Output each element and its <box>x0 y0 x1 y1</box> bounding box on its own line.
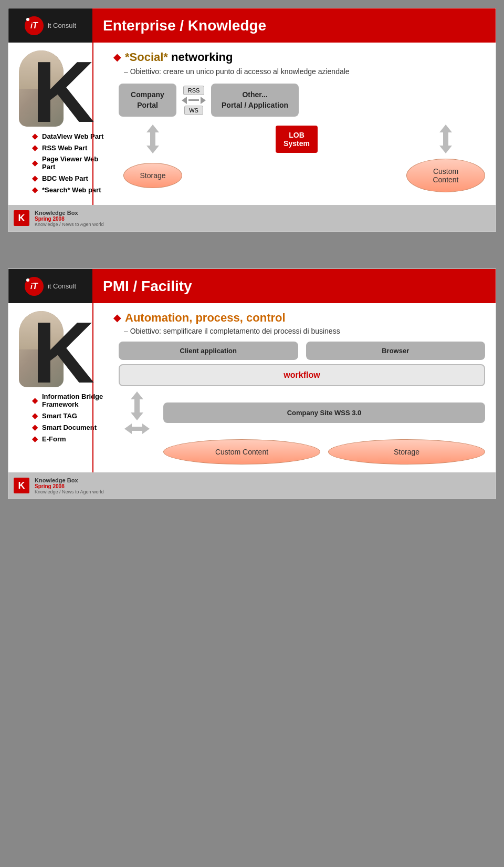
custom-content-label-s2: Custom Content <box>215 448 268 456</box>
k-letter: K <box>32 50 94 127</box>
bullet-text-2-2: Smart TAG <box>42 412 77 420</box>
custom-content-oval: Custom Content <box>406 159 485 192</box>
lob-label: LOBSystem <box>284 131 310 148</box>
bullet-diamond-2-1: ◆ <box>32 396 38 405</box>
sub-text: – Obiettivo: creare un unico punto di ac… <box>124 67 485 76</box>
lr-shaft <box>132 427 142 431</box>
workflow-box: workflow <box>119 364 485 386</box>
slide-2-body: K ◆ Information BridgeFramework ◆ Smart … <box>8 303 496 472</box>
dash-2: – <box>124 327 130 335</box>
storage-label-s2: Storage <box>394 448 419 456</box>
sub-text-2: – Obiettivo: semplificare il completamen… <box>124 327 485 335</box>
bullet-text-2: RSS Web Part <box>42 144 87 152</box>
lr-right-head <box>142 424 150 434</box>
slide-2: iT it Consult PMI / Facility K ◆ Infor <box>8 269 496 499</box>
storage-oval: Storage <box>123 163 182 188</box>
diagram-bottom-row: Storage Custom Content <box>119 159 485 192</box>
social-highlight: *Social* <box>125 50 168 64</box>
slide-2-footer: K Knowledge Box Spring 2008 Knowledge / … <box>8 472 496 499</box>
list-item: ◆ Page Viewer Web Part <box>32 155 108 171</box>
footer-text: Knowledge Box Spring 2008 Knowledge / Ne… <box>35 210 104 227</box>
slide-1-header: iT it Consult Enterprise / Knowledge <box>8 8 496 43</box>
list-item-2-1: ◆ Information BridgeFramework <box>32 393 108 408</box>
list-item: ◆ BDC Web Part <box>32 174 108 182</box>
dash: – <box>124 67 130 76</box>
bullet-diamond-4: ◆ <box>32 174 38 182</box>
list-item: ◆ RSS Web Part <box>32 143 108 152</box>
company-portal-label: CompanyPortal <box>131 90 164 109</box>
arrow-shaft <box>188 99 199 101</box>
logo-box-2: iT it Consult <box>8 269 92 303</box>
list-item-2-3: ◆ Smart Document <box>32 423 108 431</box>
footer-sub-2: Spring 2008 <box>35 483 104 489</box>
bullet-diamond-2: ◆ <box>32 143 38 152</box>
bullet-diamond-2-3: ◆ <box>32 423 38 431</box>
bullet-diamond-1: ◆ <box>32 132 38 140</box>
ws-label: WS <box>184 106 203 115</box>
spacer <box>0 240 504 261</box>
slide-1: iT it Consult Enterprise / Knowledge K ◆ <box>8 8 496 232</box>
footer-brand-2: Knowledge Box <box>35 477 104 483</box>
diagram-top-row: CompanyPortal RSS WS Other...Portal / <box>119 84 485 117</box>
list-item-2-4: ◆ E-Form <box>32 435 108 443</box>
bullet-diamond-2-2: ◆ <box>32 411 38 420</box>
logo-letter: iT <box>30 21 38 30</box>
arrow-shaft-s2 <box>134 399 140 412</box>
arrow-down-s2 <box>131 412 143 420</box>
lob-box: LOBSystem <box>276 126 318 153</box>
left-panel-2: K ◆ Information BridgeFramework ◆ Smart … <box>14 311 108 465</box>
custom-content-col: Custom Content <box>406 159 485 192</box>
bullet-text-2-4: E-Form <box>42 435 66 443</box>
client-app-box: Client application <box>119 342 298 360</box>
bullet-diamond-3: ◆ <box>32 159 38 167</box>
lob-spacer: LOBSystem <box>192 126 401 153</box>
arrow-up-head-r <box>439 125 452 132</box>
diagram-middle-row: LOBSystem <box>119 125 485 153</box>
footer-tagline-2: Knowledge / News to Agen world <box>35 489 104 494</box>
social-text: *Social* networking <box>125 50 233 64</box>
left-ud-arrow <box>119 125 187 153</box>
arrow-down-head-r <box>439 146 452 153</box>
company-portal-box: CompanyPortal <box>119 84 176 117</box>
slide-1-footer: K Knowledge Box Spring 2008 Knowledge / … <box>8 205 496 231</box>
k-logo-container-2: K <box>19 311 108 387</box>
footer-text-2: Knowledge Box Spring 2008 Knowledge / Ne… <box>35 477 104 494</box>
arrow-down-head <box>146 146 159 153</box>
storage-label: Storage <box>140 171 165 180</box>
slide-2-title: PMI / Facility <box>103 278 192 295</box>
browser-box: Browser <box>306 342 486 360</box>
bullet-text-1: DataView Web Part <box>42 132 103 140</box>
lr-arrow-s2 <box>124 424 150 434</box>
diamond-icon: ◆ <box>113 51 121 63</box>
lr-left-head <box>124 424 132 434</box>
footer-tagline: Knowledge / News to Agen world <box>35 222 104 227</box>
bullet-list: ◆ DataView Web Part ◆ RSS Web Part ◆ Pag… <box>19 127 108 194</box>
arrow-shaft-v <box>150 132 155 146</box>
company-name-2: it Consult <box>48 282 76 290</box>
arrow-up-s2 <box>131 391 143 399</box>
k-logo-container: K <box>19 50 108 127</box>
list-item: ◆ DataView Web Part <box>32 132 108 140</box>
diamond-icon-2: ◆ <box>113 312 121 324</box>
bottom-row-s2: Custom Content Storage <box>163 439 485 465</box>
workflow-container: workflow <box>119 364 485 386</box>
right-arrow-head <box>201 97 206 104</box>
horiz-arrows <box>182 97 206 104</box>
company-site-label: Company Site WSS 3.0 <box>287 409 362 417</box>
k-letter-2: K <box>32 311 94 387</box>
rss-label: RSS <box>183 86 205 95</box>
sub-content: Obiettivo: creare un unico punto di acce… <box>130 67 350 76</box>
footer-brand: Knowledge Box <box>35 210 104 216</box>
bullet-diamond-2-4: ◆ <box>32 435 38 443</box>
other-portal-label: Other...Portal / Application <box>222 90 288 109</box>
slide-title: Enterprise / Knowledge <box>103 17 266 34</box>
automation-title: Automation, process, control <box>125 311 286 325</box>
section-title: ◆ *Social* networking <box>113 50 485 64</box>
footer-sub: Spring 2008 <box>35 216 104 222</box>
rss-ws-arrows: RSS WS <box>182 86 206 115</box>
logo-circle: iT <box>25 16 44 35</box>
combined-arrow <box>119 391 155 434</box>
other-portal-box: Other...Portal / Application <box>211 84 299 117</box>
bullet-list-2: ◆ Information BridgeFramework ◆ Smart TA… <box>19 387 108 443</box>
bullet-text-2-1: Information BridgeFramework <box>42 393 103 408</box>
